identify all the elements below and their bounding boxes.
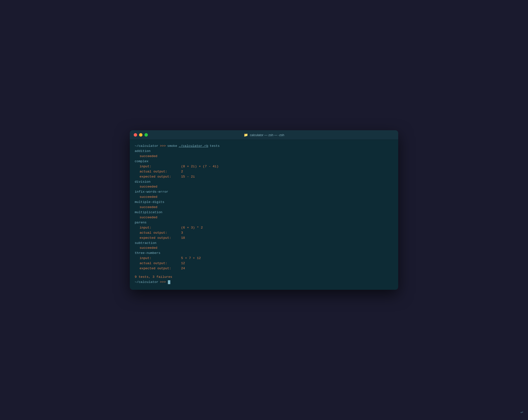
- group-multiplication: multiplication: [135, 210, 393, 215]
- three-numbers-actual-label: actual output:: [140, 261, 181, 266]
- result-multiple-digits: succeeded: [135, 205, 393, 210]
- complex-actual-value: 2: [181, 169, 183, 175]
- group-addition: addition: [135, 149, 393, 154]
- result-multiplication: succeeded: [135, 215, 393, 220]
- titlebar-title: 📁 calculator — zsh — -zsh: [244, 133, 284, 137]
- prompt-path: ~/calculator: [135, 144, 158, 149]
- group-infix-words-error: infix-words-error: [135, 189, 393, 195]
- cmd-file: ./calculator.rb: [179, 144, 208, 149]
- parens-expected-row: expected output: 18: [135, 236, 393, 241]
- terminal-window: 📁 calculator — zsh — -zsh ~/calculator >…: [130, 130, 398, 290]
- three-numbers-actual-value: 12: [181, 261, 185, 266]
- parens-actual-row: actual output: 3: [135, 231, 393, 236]
- cmd-smoke: smoke: [167, 144, 177, 149]
- parens-actual-label: actual output:: [140, 231, 181, 236]
- prompt-arrow: >>>: [160, 144, 166, 149]
- complex-input-row: input: (8 + 2i) + (7 - 4i): [135, 164, 393, 169]
- three-numbers-input-label: input:: [140, 256, 181, 261]
- group-subtraction: subtraction: [135, 241, 393, 246]
- three-numbers-actual-row: actual output: 12: [135, 261, 393, 266]
- group-parens: parens: [135, 220, 393, 225]
- minimize-button[interactable]: [139, 133, 143, 137]
- group-multiple-digits: multiple-digits: [135, 200, 393, 205]
- window-title: calculator — zsh — -zsh: [250, 133, 284, 137]
- bottom-prompt-path: ~/calculator: [135, 280, 158, 285]
- three-numbers-expected-value: 24: [181, 266, 185, 271]
- titlebar: 📁 calculator — zsh — -zsh: [130, 130, 398, 140]
- parens-input-label: input:: [140, 225, 181, 231]
- three-numbers-input-row: input: 5 + 7 + 12: [135, 256, 393, 261]
- bottom-prompt-arrow: >>>: [160, 280, 166, 285]
- maximize-button[interactable]: [144, 133, 148, 137]
- complex-input-label: input:: [140, 164, 181, 169]
- parens-expected-value: 18: [181, 236, 185, 241]
- cursor: [168, 280, 170, 284]
- cmd-tests: tests: [210, 144, 220, 149]
- group-complex: complex: [135, 159, 393, 164]
- three-numbers-input-value: 5 + 7 + 12: [181, 256, 201, 261]
- parens-input-value: (6 + 3) * 2: [181, 225, 203, 231]
- summary-line: 9 tests, 3 failures: [135, 275, 393, 280]
- folder-icon: 📁: [244, 133, 248, 137]
- result-addition: succeeded: [135, 154, 393, 159]
- parens-expected-label: expected output:: [140, 236, 181, 241]
- bottom-prompt-line: ~/calculator >>>: [135, 280, 393, 285]
- command-prompt-line: ~/calculator >>> smoke ./calculator.rb t…: [135, 144, 393, 149]
- group-three-numbers: three-numbers: [135, 251, 393, 256]
- close-button[interactable]: [134, 133, 137, 137]
- result-subtraction: succeeded: [135, 245, 393, 251]
- three-numbers-expected-label: expected output:: [140, 266, 181, 271]
- complex-expected-row: expected output: 15 - 2i: [135, 175, 393, 179]
- complex-actual-label: actual output:: [140, 169, 181, 175]
- parens-input-row: input: (6 + 3) * 2: [135, 225, 393, 231]
- result-infix-words-error: succeeded: [135, 195, 393, 200]
- three-numbers-expected-row: expected output: 24: [135, 266, 393, 271]
- traffic-lights: [134, 133, 148, 137]
- complex-input-value: (8 + 2i) + (7 - 4i): [181, 164, 219, 169]
- terminal-content: ~/calculator >>> smoke ./calculator.rb t…: [130, 140, 398, 290]
- complex-expected-value: 15 - 2i: [181, 175, 195, 179]
- group-division: division: [135, 179, 393, 185]
- complex-actual-row: actual output: 2: [135, 169, 393, 175]
- result-division: succeeded: [135, 184, 393, 189]
- complex-expected-label: expected output:: [140, 175, 181, 179]
- parens-actual-value: 3: [181, 231, 183, 236]
